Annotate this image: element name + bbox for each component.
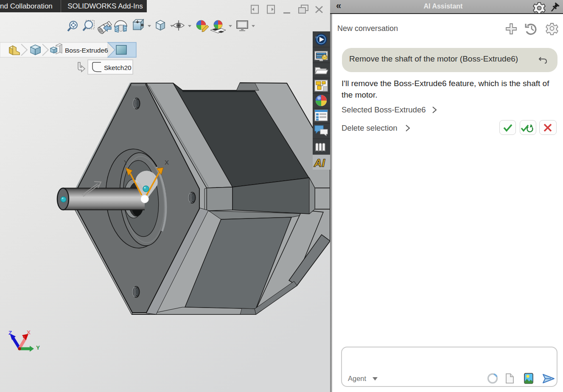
svg-text:X: X [165, 159, 169, 166]
svg-text:Y: Y [124, 159, 128, 166]
svg-text:3D: 3D [315, 36, 318, 39]
svg-text:AI: AI [314, 157, 325, 169]
svg-text:Sketch20: Sketch20 [104, 64, 132, 71]
svg-text:Boss-Extrude6: Boss-Extrude6 [65, 47, 108, 54]
svg-text:X: X [27, 329, 31, 336]
svg-text:Z: Z [8, 330, 12, 336]
svg-text:Y: Y [36, 344, 40, 351]
